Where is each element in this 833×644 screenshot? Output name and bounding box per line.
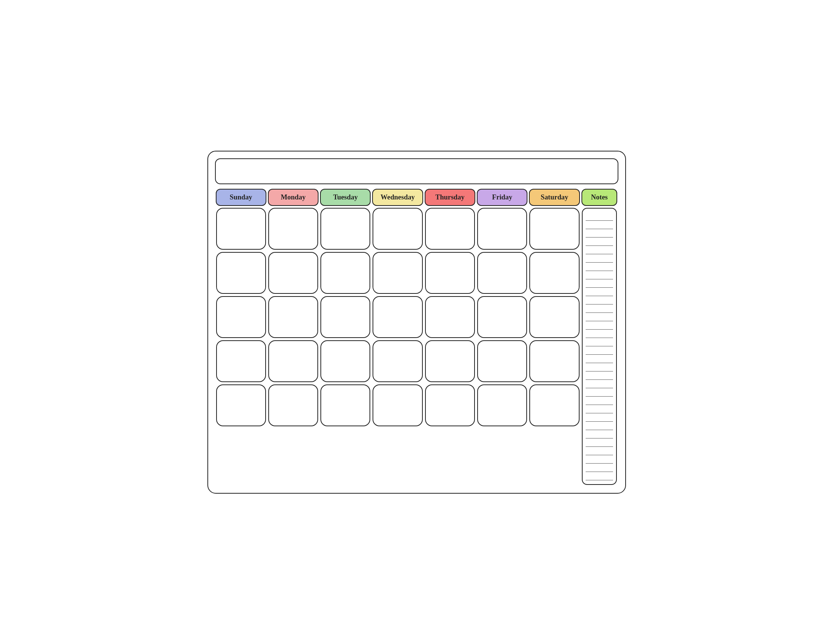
- notes-line: [585, 321, 613, 330]
- cell-r3c1[interactable]: [216, 296, 266, 338]
- notes-line: [585, 279, 613, 288]
- notes-line: [585, 304, 613, 313]
- header-sunday: Sunday: [216, 189, 266, 206]
- title-bar[interactable]: [215, 158, 618, 184]
- cell-r4c3[interactable]: [320, 340, 370, 382]
- header-wednesday: Wednesday: [372, 189, 423, 206]
- cell-r5c7[interactable]: [529, 385, 579, 426]
- notes-line: [585, 430, 613, 438]
- cell-r4c4[interactable]: [373, 340, 422, 382]
- cell-r1c3[interactable]: [320, 208, 370, 250]
- cell-r3c2[interactable]: [268, 296, 318, 338]
- cell-r2c6[interactable]: [477, 252, 527, 294]
- cell-r1c1[interactable]: [216, 208, 266, 250]
- notes-line: [585, 254, 613, 262]
- notes-line: [585, 229, 613, 238]
- notes-line: [585, 238, 613, 246]
- cell-r4c6[interactable]: [477, 340, 527, 382]
- notes-line: [585, 388, 613, 397]
- cell-r3c6[interactable]: [477, 296, 527, 338]
- notes-line: [585, 221, 613, 229]
- cell-r4c2[interactable]: [268, 340, 318, 382]
- notes-line: [585, 262, 613, 271]
- header-notes: Notes: [582, 189, 618, 206]
- cell-r3c5[interactable]: [425, 296, 475, 338]
- cell-r1c4[interactable]: [373, 208, 422, 250]
- notes-line: [585, 338, 613, 346]
- notes-line: [585, 313, 613, 321]
- header-thursday: Thursday: [425, 189, 475, 206]
- cell-r2c7[interactable]: [529, 252, 579, 294]
- cell-r3c7[interactable]: [529, 296, 579, 338]
- notes-line: [585, 472, 613, 480]
- notes-line: [585, 346, 613, 355]
- cell-r2c5[interactable]: [425, 252, 475, 294]
- notes-line: [585, 397, 613, 405]
- notes-line: [585, 380, 613, 388]
- cell-r2c1[interactable]: [216, 252, 266, 294]
- cell-r3c3[interactable]: [320, 296, 370, 338]
- cell-r5c2[interactable]: [268, 385, 318, 426]
- notes-section[interactable]: [582, 208, 617, 485]
- cell-r5c5[interactable]: [425, 385, 475, 426]
- notes-line: [585, 438, 613, 447]
- cell-r4c5[interactable]: [425, 340, 475, 382]
- cell-r4c7[interactable]: [529, 340, 579, 382]
- cell-r5c1[interactable]: [216, 385, 266, 426]
- notes-line: [585, 296, 613, 304]
- notes-line: [585, 455, 613, 464]
- cell-r5c4[interactable]: [373, 385, 422, 426]
- notes-line: [585, 355, 613, 363]
- header-saturday: Saturday: [529, 189, 580, 206]
- notes-line: [585, 464, 613, 472]
- cell-r1c7[interactable]: [529, 208, 579, 250]
- cell-r3c4[interactable]: [373, 296, 422, 338]
- cell-r5c3[interactable]: [320, 385, 370, 426]
- notes-line: [585, 447, 613, 455]
- header-monday: Monday: [268, 189, 318, 206]
- cell-r1c5[interactable]: [425, 208, 475, 250]
- notes-line: [585, 213, 613, 221]
- notes-line: [585, 330, 613, 338]
- notes-line: [585, 422, 613, 430]
- notes-line: [585, 288, 613, 296]
- cell-r5c6[interactable]: [477, 385, 527, 426]
- header-tuesday: Tuesday: [320, 189, 371, 206]
- notes-line: [585, 271, 613, 279]
- notes-line: [585, 363, 613, 372]
- cell-r2c3[interactable]: [320, 252, 370, 294]
- cell-r2c4[interactable]: [373, 252, 422, 294]
- cell-r1c6[interactable]: [477, 208, 527, 250]
- header-friday: Friday: [477, 189, 527, 206]
- notes-line: [585, 413, 613, 422]
- calendar-wrapper: Sunday Monday Tuesday Wednesday Thursday…: [207, 151, 626, 494]
- cell-r2c2[interactable]: [268, 252, 318, 294]
- cell-r4c1[interactable]: [216, 340, 266, 382]
- calendar-grid: Sunday Monday Tuesday Wednesday Thursday…: [215, 188, 618, 486]
- notes-line: [585, 246, 613, 254]
- notes-line: [585, 372, 613, 380]
- notes-line: [585, 405, 613, 413]
- cell-r1c2[interactable]: [268, 208, 318, 250]
